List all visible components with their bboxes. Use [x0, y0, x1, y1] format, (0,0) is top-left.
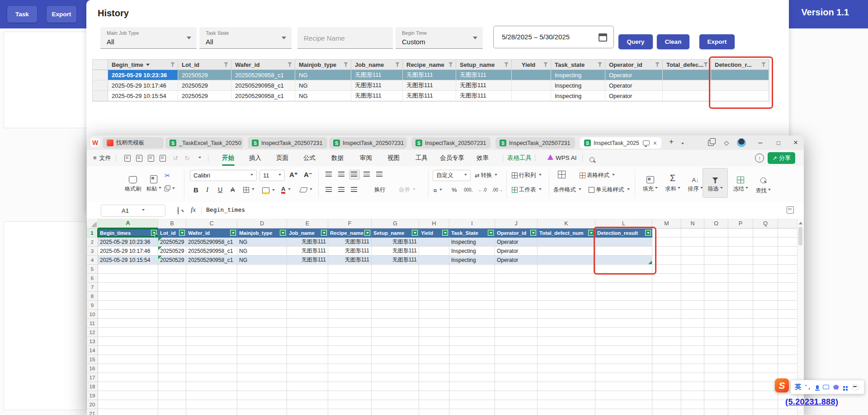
sheet-cell[interactable]: [287, 310, 328, 319]
sheet-cell[interactable]: [728, 265, 753, 274]
sheet-cell[interactable]: [495, 301, 538, 310]
sheet-cell[interactable]: [595, 337, 652, 346]
sheet-cell[interactable]: [753, 400, 778, 409]
sheet-cell[interactable]: [449, 355, 495, 364]
row-number[interactable]: 9: [87, 301, 98, 310]
sheet-cell[interactable]: [681, 355, 704, 364]
column-header[interactable]: Begin_time: [108, 60, 178, 70]
sheet-cell[interactable]: [287, 355, 328, 364]
sheet-cell[interactable]: 202505290958_c1: [186, 247, 237, 256]
sheet-cell[interactable]: [449, 382, 495, 391]
query-button[interactable]: Query: [618, 34, 653, 49]
sheet-cell[interactable]: [728, 238, 753, 247]
sheet-cell[interactable]: [495, 355, 538, 364]
search-icon[interactable]: [588, 155, 596, 163]
sheet-cell[interactable]: [753, 238, 778, 247]
sheet-cell[interactable]: [158, 400, 186, 409]
sheet-cell[interactable]: [728, 355, 753, 364]
sheet-cell[interactable]: [681, 247, 704, 256]
sheet-cell[interactable]: Inspecting: [449, 238, 495, 247]
sheet-cell[interactable]: [595, 301, 652, 310]
sheet-cell[interactable]: NG: [237, 247, 287, 256]
column-header[interactable]: I: [449, 219, 495, 228]
sheet-cell[interactable]: Operator: [495, 256, 538, 265]
row-number[interactable]: 16: [87, 364, 98, 373]
autofilter-dropdown-button[interactable]: [179, 230, 185, 236]
ime-punctuation-toggle[interactable]: '，: [805, 383, 812, 391]
sheet-cell[interactable]: [287, 301, 328, 310]
sheet-cell[interactable]: [704, 265, 728, 274]
sheet-cell[interactable]: [419, 346, 449, 355]
sheet-cell[interactable]: [237, 373, 287, 382]
sheet-cell[interactable]: [681, 364, 704, 373]
sheet-cell[interactable]: [704, 283, 728, 292]
sheet-cell[interactable]: [595, 373, 652, 382]
column-header[interactable]: A: [98, 219, 158, 228]
sheet-cell[interactable]: [372, 337, 419, 346]
calendar-icon[interactable]: [599, 33, 607, 42]
sheet-cell[interactable]: [186, 355, 237, 364]
sheet-cell[interactable]: [98, 292, 158, 301]
cut-icon[interactable]: ✂: [165, 172, 170, 180]
italic-button[interactable]: I: [206, 186, 208, 194]
sheet-cell[interactable]: [237, 382, 287, 391]
sheet-cell[interactable]: [495, 400, 538, 409]
filter-funnel-icon[interactable]: [703, 62, 708, 67]
sheet-cell[interactable]: [753, 391, 778, 400]
sheet-cell[interactable]: [704, 409, 728, 415]
sheet-cell[interactable]: [98, 274, 158, 283]
document-tab[interactable]: SInspectTask_202507231: [248, 137, 327, 149]
sheet-cell[interactable]: [728, 337, 753, 346]
sheet-cell[interactable]: [419, 328, 449, 337]
sheet-cell[interactable]: Inspecting: [449, 247, 495, 256]
sheet-cell[interactable]: [652, 373, 681, 382]
sheet-cell[interactable]: [449, 400, 495, 409]
autofilter-dropdown-button[interactable]: [530, 230, 536, 236]
column-header[interactable]: Mainjob_type: [295, 60, 351, 70]
sheet-cell[interactable]: [449, 319, 495, 328]
sheet-cell[interactable]: [495, 265, 538, 274]
sheet-cell[interactable]: [495, 337, 538, 346]
sheet-cell[interactable]: [681, 265, 704, 274]
sheet-cell[interactable]: [158, 301, 186, 310]
sheet-cell[interactable]: [495, 346, 538, 355]
sheet-cell[interactable]: [372, 409, 419, 415]
sheet-cell[interactable]: [595, 409, 652, 415]
save-icon[interactable]: [123, 154, 132, 162]
font-color-button[interactable]: A: [281, 186, 291, 194]
copy-icon[interactable]: [164, 186, 175, 192]
sheet-cell[interactable]: [538, 337, 595, 346]
recipe-name-input[interactable]: Recipe Name: [297, 27, 393, 49]
align-right-icon[interactable]: [351, 187, 357, 192]
sheet-cell[interactable]: [237, 319, 287, 328]
filter-funnel-icon[interactable]: [395, 62, 400, 67]
sheet-cell[interactable]: [652, 247, 681, 256]
sheet-header-cell[interactable]: Yield: [419, 228, 449, 238]
sheet-cell[interactable]: [449, 292, 495, 301]
sheet-cell[interactable]: [778, 228, 797, 238]
sheet-cell[interactable]: [681, 400, 704, 409]
sheet-cell[interactable]: [158, 328, 186, 337]
row-number[interactable]: 10: [87, 310, 98, 319]
sheet-cell[interactable]: [652, 301, 681, 310]
sheet-cell[interactable]: [538, 292, 595, 301]
sheet-cell[interactable]: [652, 228, 681, 238]
sheet-cell[interactable]: [728, 228, 753, 238]
sheet-cell[interactable]: [419, 355, 449, 364]
sheet-cell[interactable]: [595, 391, 652, 400]
sheet-cell[interactable]: [728, 382, 753, 391]
sheet-cell[interactable]: [728, 301, 753, 310]
sheet-cell[interactable]: [778, 328, 797, 337]
autofilter-dropdown-button[interactable]: [230, 230, 236, 236]
sheet-cell[interactable]: [704, 310, 728, 319]
sheet-cell[interactable]: [595, 274, 652, 283]
sheet-cell[interactable]: 202505290958_c1: [186, 238, 237, 247]
sheet-cell[interactable]: [538, 274, 595, 283]
sheet-cell[interactable]: [328, 391, 372, 400]
sheet-cell[interactable]: [681, 292, 704, 301]
convert-button[interactable]: ⇄ 转换: [475, 172, 497, 179]
sheet-cell[interactable]: [372, 274, 419, 283]
sheet-cell[interactable]: [158, 337, 186, 346]
filter-funnel-icon[interactable]: [224, 62, 228, 67]
row-number[interactable]: 12: [87, 328, 98, 337]
